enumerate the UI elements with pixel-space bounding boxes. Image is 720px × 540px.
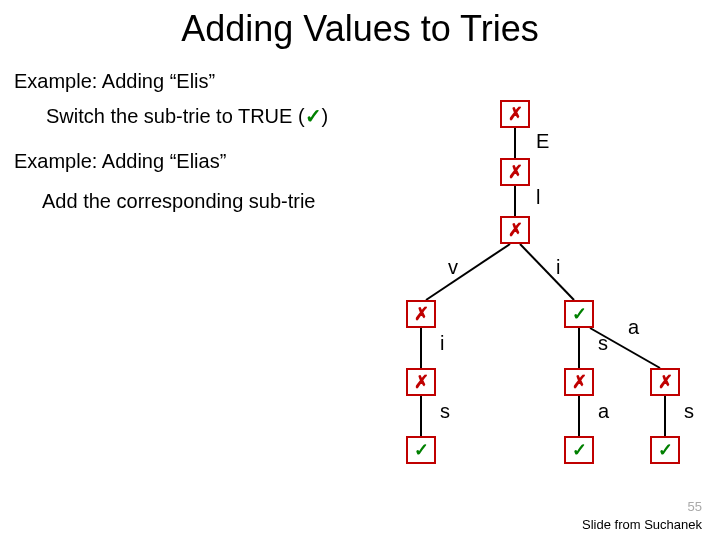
svg-line-2	[426, 244, 510, 300]
trie-node-root: ✗	[500, 100, 530, 128]
edge-label-s1: s	[598, 332, 608, 355]
cross-icon: ✗	[414, 304, 429, 324]
edge-label-v: v	[448, 256, 458, 279]
edge-label-s3: s	[684, 400, 694, 423]
edge-label-s2: s	[440, 400, 450, 423]
cross-icon: ✗	[508, 104, 523, 124]
cross-icon: ✗	[508, 162, 523, 182]
edge-label-i1: i	[556, 256, 560, 279]
check-icon: ✓	[414, 440, 429, 460]
trie-node-Elisa: ✓	[564, 436, 594, 464]
trie-node-Elvis: ✓	[406, 436, 436, 464]
edge-label-E: E	[536, 130, 549, 153]
check-icon: ✓	[572, 440, 587, 460]
check-icon: ✓	[572, 304, 587, 324]
trie-node-Elvi: ✗	[406, 368, 436, 396]
cross-icon: ✗	[414, 372, 429, 392]
trie-edges	[0, 0, 720, 540]
cross-icon: ✗	[658, 372, 673, 392]
edge-label-l: l	[536, 186, 540, 209]
trie-node-El: ✗	[500, 216, 530, 244]
trie-node-Eli: ✓	[564, 300, 594, 328]
svg-line-3	[520, 244, 574, 300]
trie-node-Elis: ✗	[564, 368, 594, 396]
edge-label-a1: a	[628, 316, 639, 339]
trie-node-Elv: ✗	[406, 300, 436, 328]
trie-node-E: ✗	[500, 158, 530, 186]
cross-icon: ✗	[572, 372, 587, 392]
edge-label-i2: i	[440, 332, 444, 355]
trie-node-Elia: ✗	[650, 368, 680, 396]
edge-label-a2: a	[598, 400, 609, 423]
cross-icon: ✗	[508, 220, 523, 240]
check-icon: ✓	[658, 440, 673, 460]
trie-node-Elias: ✓	[650, 436, 680, 464]
